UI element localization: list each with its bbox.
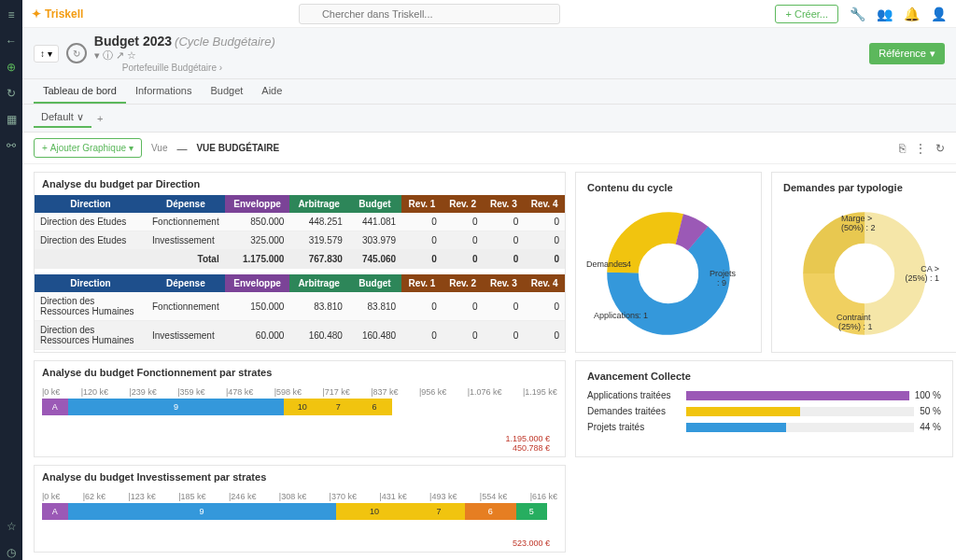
more-icon[interactable]: ⋮ [915,142,926,155]
table-row: Direction des Ressources HumainesInvesti… [35,321,565,350]
user-icon[interactable]: 👤 [931,7,947,21]
back-icon[interactable]: ← [4,34,19,49]
reference-button[interactable]: Référence ▾ [869,43,945,64]
table-row: Direction des EtudesFonctionnement850.00… [35,213,565,231]
clock-icon[interactable]: ◷ [4,545,19,560]
refresh-icon[interactable]: ↻ [4,86,19,101]
bell-icon[interactable]: 🔔 [904,7,920,21]
sub-tabs: Default ∨ + [22,105,956,133]
page-header: ↕ ▾ ↻ Budget 2023 (Cycle Budgétaire) ▾ ⓘ… [22,28,956,79]
donut-typo: Marge >(50%) : 2 CA >(25%) : 1 Contraint… [776,199,953,348]
panel-budget-direction: Analyse du budget par Direction Directio… [34,172,566,353]
tab-info[interactable]: Informations [126,79,202,104]
subtab-default[interactable]: Default ∨ [34,108,91,128]
search-input[interactable] [299,4,560,24]
panel-avancement: Avancement Collecte Applications traitée… [575,360,953,457]
donut-cycle: Projets: 9 Demandes: 4 Applications: 1 [580,199,757,348]
panel-cycle-content: Contenu du cycle Projets: 9 Demandes: 4 … [575,172,762,353]
globe-icon[interactable]: ⊕ [4,60,19,75]
create-button[interactable]: + Créer... [775,5,838,23]
grid-icon[interactable]: ▦ [4,112,19,127]
refresh-circle-icon[interactable]: ↻ [66,43,87,63]
add-chart-button[interactable]: + Ajouter Graphique ▾ [34,138,142,158]
left-sidebar: ≡ ← ⊕ ↻ ▦ ⚯ ☆ ◷ [0,0,22,560]
topbar: ✦ Triskell + Créer... 🔧 👥 🔔 👤 [22,0,956,28]
save-icon[interactable]: ⎘ [899,142,906,155]
users-icon[interactable]: 👥 [877,7,893,21]
tab-help[interactable]: Aide [252,79,291,104]
panel-strata-fonct: Analyse du budget Fonctionnement par str… [34,360,566,457]
logo: ✦ Triskell [32,7,83,21]
page-subtitle: (Cycle Budgétaire) [175,35,275,49]
panel-demandes-typo: Demandes par typologie Marge >(50%) : 2 … [771,172,956,353]
toolbar: + Ajouter Graphique ▾ Vue — VUE BUDGÉTAI… [22,133,956,164]
table-row: Direction des EtudesInvestissement325.00… [35,231,565,250]
add-subtab[interactable]: + [97,113,103,124]
panel-strata-invest: Analyse du budget Investissement par str… [34,465,566,553]
star-icon[interactable]: ☆ [4,519,19,534]
page-title: Budget 2023 [94,34,172,49]
table-row: Direction des Ressources HumainesFonctio… [35,292,565,321]
link-icon[interactable]: ⚯ [4,138,19,153]
budget-table-1: DirectionDépense EnveloppeArbitrageBudge… [35,195,565,269]
breadcrumb[interactable]: Portefeuille Budgétaire › [122,63,275,73]
reload-icon[interactable]: ↻ [935,142,945,155]
tab-dashboard[interactable]: Tableau de bord [34,79,126,104]
budget-table-2: DirectionDépense EnveloppeArbitrageBudge… [35,274,565,350]
nav-toggle[interactable]: ↕ ▾ [34,45,59,63]
tab-budget[interactable]: Budget [201,79,252,104]
table-row-total: Total1.175.000767.830745.0600000 [35,250,565,269]
menu-icon[interactable]: ≡ [4,7,19,22]
main-tabs: Tableau de bord Informations Budget Aide [22,79,956,105]
wrench-icon[interactable]: 🔧 [850,7,865,21]
